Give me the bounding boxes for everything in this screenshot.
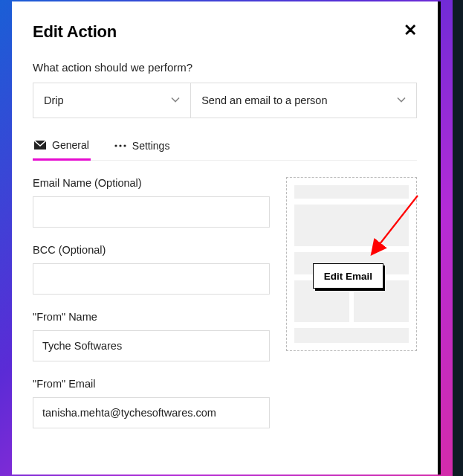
modal-shadow: Edit Action ✕ What action should we perf… (12, 1, 441, 475)
email-preview-panel: Edit Email (286, 177, 417, 351)
close-icon: ✕ (404, 21, 417, 39)
svg-point-2 (119, 144, 121, 147)
email-preview-skeleton: Edit Email (294, 185, 409, 343)
tab-general-label: General (52, 139, 89, 151)
field-from-email: "From" Email (33, 378, 270, 428)
dots-icon (114, 144, 126, 148)
chevron-down-icon (397, 94, 406, 106)
from-name-input[interactable] (33, 330, 270, 361)
field-bcc: BCC (Optional) (33, 244, 270, 295)
svg-point-3 (123, 144, 126, 147)
edit-email-button-label: Edit Email (324, 271, 372, 282)
from-email-label: "From" Email (33, 378, 270, 390)
svg-point-1 (114, 144, 117, 147)
field-from-name: "From" Name (33, 311, 270, 361)
email-name-label: Email Name (Optional) (33, 177, 270, 189)
tabs: General Settings (33, 139, 417, 161)
action-type-select-value: Send an email to a person (201, 94, 327, 106)
bcc-input[interactable] (33, 263, 270, 295)
action-type-select[interactable]: Send an email to a person (190, 83, 416, 118)
chevron-down-icon (171, 94, 180, 106)
envelope-icon (34, 141, 46, 149)
fields-column: Email Name (Optional) BCC (Optional) "Fr… (33, 177, 270, 428)
email-name-input[interactable] (33, 196, 270, 228)
edit-email-button[interactable]: Edit Email (313, 263, 383, 289)
background-dark-strip (453, 0, 463, 476)
bcc-label: BCC (Optional) (33, 244, 270, 256)
close-button[interactable]: ✕ (404, 22, 417, 39)
tab-settings[interactable]: Settings (113, 139, 172, 160)
modal-header: Edit Action ✕ (33, 22, 417, 42)
action-question: What action should we perform? (33, 61, 417, 74)
field-email-name: Email Name (Optional) (33, 177, 270, 228)
from-name-label: "From" Name (33, 311, 270, 323)
service-select-value: Drip (44, 94, 64, 106)
edit-action-modal: Edit Action ✕ What action should we perf… (12, 1, 438, 475)
tab-general[interactable]: General (33, 139, 91, 161)
action-select-row: Drip Send an email to a person (33, 83, 417, 118)
service-select[interactable]: Drip (33, 83, 190, 118)
modal-title: Edit Action (33, 22, 117, 42)
tab-settings-label: Settings (132, 140, 170, 152)
content-row: Email Name (Optional) BCC (Optional) "Fr… (33, 177, 417, 428)
from-email-input[interactable] (33, 397, 270, 428)
